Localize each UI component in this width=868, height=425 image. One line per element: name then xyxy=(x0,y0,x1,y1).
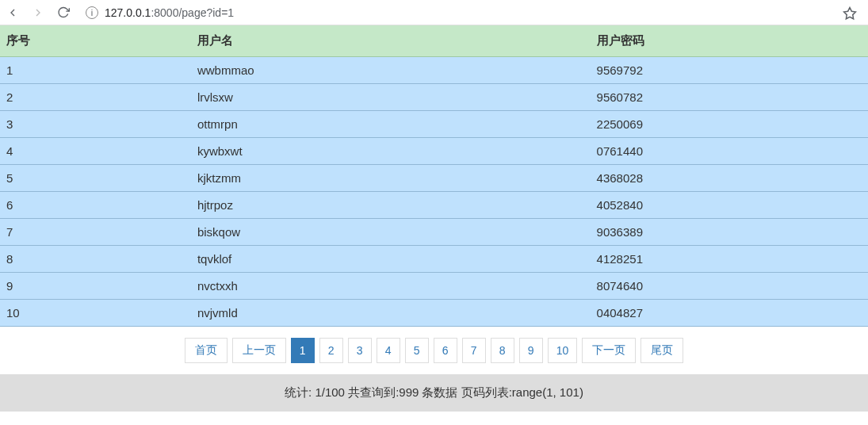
pagination: 首页 上一页 12345678910 下一页 尾页 xyxy=(0,327,868,374)
cell-id: 6 xyxy=(0,192,191,219)
header-username: 用户名 xyxy=(191,25,591,57)
cell-password: 2250069 xyxy=(591,111,868,138)
table-row: 4kywbxwt0761440 xyxy=(0,138,868,165)
page-number-button[interactable]: 7 xyxy=(462,338,486,363)
cell-password: 0404827 xyxy=(591,300,868,327)
cell-id: 3 xyxy=(0,111,191,138)
cell-id: 2 xyxy=(0,84,191,111)
cell-id: 9 xyxy=(0,273,191,300)
cell-password: 9560782 xyxy=(591,84,868,111)
browser-toolbar: i 127.0.0.1:8000/page?id=1 xyxy=(0,0,868,25)
cell-id: 10 xyxy=(0,300,191,327)
cell-username: tqvklof xyxy=(191,246,591,273)
table-header-row: 序号 用户名 用户密码 xyxy=(0,25,868,57)
stats-text: 统计: 1/100 共查询到:999 条数据 页码列表:range(1, 101… xyxy=(285,385,583,399)
forward-icon[interactable] xyxy=(32,6,44,19)
table-row: 5kjktzmm4368028 xyxy=(0,165,868,192)
cell-username: lrvlsxw xyxy=(191,84,591,111)
reload-icon[interactable] xyxy=(57,6,70,19)
address-bar[interactable]: i 127.0.0.1:8000/page?id=1 xyxy=(79,2,827,23)
header-password: 用户密码 xyxy=(591,25,868,57)
table-row: 3ottmrpn2250069 xyxy=(0,111,868,138)
table-row: 8tqvklof4128251 xyxy=(0,246,868,273)
page-last-button[interactable]: 尾页 xyxy=(640,338,683,363)
info-icon[interactable]: i xyxy=(86,6,98,19)
cell-username: ottmrpn xyxy=(191,111,591,138)
page-next-button[interactable]: 下一页 xyxy=(582,338,636,363)
data-table: 序号 用户名 用户密码 1wwbmmao95697922lrvlsxw95607… xyxy=(0,25,868,327)
cell-username: hjtrpoz xyxy=(191,192,591,219)
cell-username: kywbxwt xyxy=(191,138,591,165)
cell-password: 9569792 xyxy=(591,57,868,84)
cell-username: nvjvmld xyxy=(191,300,591,327)
page-number-button[interactable]: 4 xyxy=(377,338,400,363)
cell-password: 4128251 xyxy=(591,246,868,273)
cell-id: 1 xyxy=(0,57,191,84)
page-number-button[interactable]: 5 xyxy=(405,338,429,363)
page-first-button[interactable]: 首页 xyxy=(185,338,228,363)
table-row: 9nvctxxh8074640 xyxy=(0,273,868,300)
page-number-button[interactable]: 2 xyxy=(319,338,343,363)
table-row: 2lrvlsxw9560782 xyxy=(0,84,868,111)
cell-password: 0761440 xyxy=(591,138,868,165)
table-row: 1wwbmmao9569792 xyxy=(0,57,868,84)
page-number-button[interactable]: 9 xyxy=(519,338,543,363)
cell-password: 4368028 xyxy=(591,165,868,192)
cell-password: 9036389 xyxy=(591,219,868,246)
table-row: 10nvjvmld0404827 xyxy=(0,300,868,327)
cell-password: 4052840 xyxy=(591,192,868,219)
cell-username: kjktzmm xyxy=(191,165,591,192)
cell-username: nvctxxh xyxy=(191,273,591,300)
cell-id: 4 xyxy=(0,138,191,165)
cell-password: 8074640 xyxy=(591,273,868,300)
url-text: 127.0.0.1:8000/page?id=1 xyxy=(105,6,234,19)
header-id: 序号 xyxy=(0,25,191,57)
cell-id: 8 xyxy=(0,246,191,273)
page-number-button[interactable]: 3 xyxy=(348,338,372,363)
page-number-button[interactable]: 10 xyxy=(548,338,578,363)
bookmark-star-icon[interactable] xyxy=(843,6,855,19)
stats-bar: 统计: 1/100 共查询到:999 条数据 页码列表:range(1, 101… xyxy=(0,374,868,412)
cell-username: wwbmmao xyxy=(191,57,591,84)
svg-marker-0 xyxy=(844,7,856,18)
cell-id: 5 xyxy=(0,165,191,192)
nav-buttons xyxy=(6,6,70,19)
page-prev-button[interactable]: 上一页 xyxy=(232,338,286,363)
page-number-button[interactable]: 1 xyxy=(291,338,315,363)
table-row: 6hjtrpoz4052840 xyxy=(0,192,868,219)
page-number-button[interactable]: 8 xyxy=(491,338,514,363)
page-number-button[interactable]: 6 xyxy=(434,338,457,363)
cell-username: biskqow xyxy=(191,219,591,246)
table-row: 7biskqow9036389 xyxy=(0,219,868,246)
cell-id: 7 xyxy=(0,219,191,246)
back-icon[interactable] xyxy=(6,6,19,19)
